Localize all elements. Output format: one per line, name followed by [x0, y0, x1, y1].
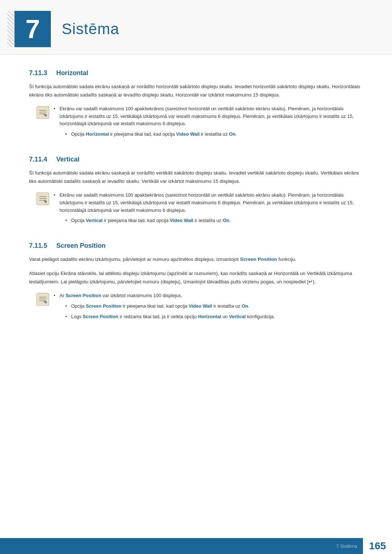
section-title-screen-position: 7.11.5 Screen Position [29, 242, 363, 250]
note-icon-3 [36, 293, 49, 306]
page-container: 7 Sistēma 7.11.3 Horizontal Šī funkcija … [0, 0, 392, 554]
notes-list-7-11-5: Ar Screen Position var izkārtot maksimum… [54, 292, 363, 323]
section-7-11-5: 7.11.5 Screen Position Varat pielāgot sa… [29, 242, 363, 323]
bold-vertical: Vertical [86, 218, 102, 223]
note-item-7: Logs Screen Position ir redzams tikai ta… [60, 313, 363, 321]
bold-video-wall-2: Video Wall [170, 218, 193, 223]
footer-page-number: 165 [363, 538, 392, 554]
note-item-4: Opcija Vertical ir pieejama tikai tad, k… [60, 217, 363, 225]
note-container-7-11-3: Ekrānu var sadalīt maksimums 100 apakšek… [36, 105, 363, 141]
section-7-11-4: 7.11.4 Vertical Šī funkcija automātiski … [29, 156, 363, 227]
chapter-number: 7 [15, 11, 51, 47]
page-footer: 7 Sistēma 165 [0, 538, 392, 554]
svg-rect-0 [37, 106, 49, 119]
note-item-2: Opcija Horizontal ir pieejama tikai tad,… [60, 131, 363, 138]
section-7-11-3: 7.11.3 Horizontal Šī funkcija automātisk… [29, 69, 363, 141]
bold-screen-position-4: Screen Position [83, 314, 118, 319]
section-7-11-3-intro: Šī funkcija automātiski sadala ekrānu sa… [29, 83, 363, 99]
footer-chapter-label: 7 Sistēma [330, 543, 363, 549]
bold-on-2: On [223, 218, 229, 223]
notes-list-7-11-4: Ekrānu var sadalīt maksimums 100 apakšek… [54, 192, 363, 227]
bold-horizontal: Horizontal [86, 131, 109, 137]
bold-vertical-2: Vertical [229, 314, 246, 319]
note-container-7-11-5: Ar Screen Position var izkārtot maksimum… [36, 292, 363, 323]
section-title-vertical: 7.11.4 Vertical [29, 156, 363, 163]
bold-on-1: On [229, 131, 236, 137]
content-area: 7.11.3 Horizontal Šī funkcija automātisk… [0, 69, 392, 323]
footer-right: 7 Sistēma 165 [330, 538, 392, 554]
note-item-3: Ekrānu var sadalīt maksimums 100 apakšek… [54, 192, 363, 214]
bold-video-wall-3: Video Wall [189, 303, 212, 309]
chapter-title: Sistēma [62, 20, 119, 38]
section-7-11-5-intro2: Atlasiet opciju Ekrāna stāvoklis, lai at… [29, 270, 363, 286]
bold-screen-position-3: Screen Position [86, 303, 121, 309]
bold-on-3: On [242, 303, 248, 309]
svg-rect-10 [37, 293, 49, 305]
section-7-11-5-intro1: Varat pielāgot sadalīto ekrānu izkārtoju… [29, 255, 363, 264]
note-container-7-11-4: Ekrānu var sadalīt maksimums 100 apakšek… [36, 192, 363, 227]
note-icon [36, 106, 49, 119]
chapter-header: 7 Sistēma [0, 0, 392, 55]
bold-horizontal-2: Horizontal [198, 314, 221, 319]
note-item-1: Ekrānu var sadalīt maksimums 100 apakšek… [54, 105, 363, 128]
bold-screen-position-1: Screen Position [240, 257, 277, 262]
bold-video-wall-1: Video Wall [176, 131, 200, 137]
note-item-6: Opcija Screen Position ir pieejama tikai… [60, 303, 363, 310]
bold-screen-position-2: Screen Position [66, 293, 101, 298]
note-icon-2 [36, 192, 49, 205]
section-7-11-4-intro: Šī funkcija automātiski sadala ekrānu sa… [29, 169, 363, 186]
notes-list-7-11-3: Ekrānu var sadalīt maksimums 100 apakšek… [54, 105, 363, 141]
note-item-5: Ar Screen Position var izkārtot maksimum… [54, 292, 363, 300]
section-title-horizontal: 7.11.3 Horizontal [29, 69, 363, 77]
svg-rect-5 [37, 193, 49, 205]
